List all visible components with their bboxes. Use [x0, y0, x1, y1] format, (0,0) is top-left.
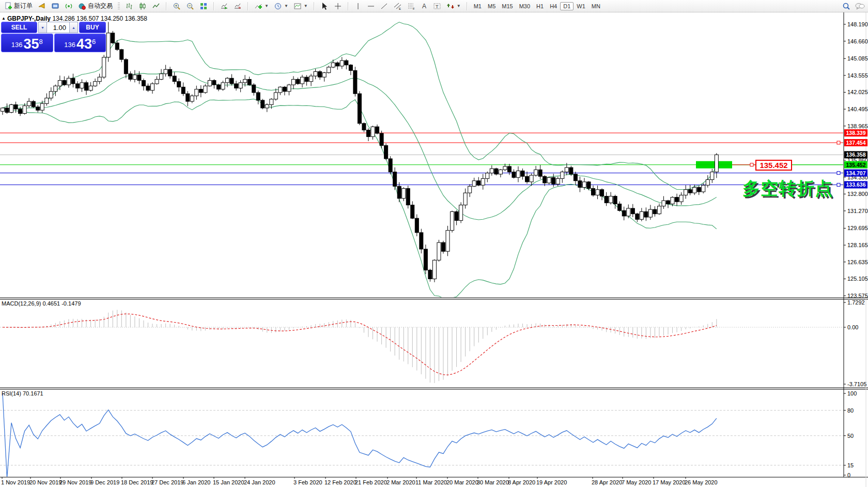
- candle-bear: [592, 189, 595, 195]
- level-marker[interactable]: [837, 172, 840, 175]
- cursor-button[interactable]: [318, 1, 331, 11]
- templates-button[interactable]: ▼: [291, 1, 311, 11]
- candle-bear: [5, 108, 9, 113]
- toolbar-drag-handle[interactable]: [118, 3, 120, 10]
- date-label: 3 Feb 2020: [293, 479, 322, 485]
- periods-button[interactable]: ▼: [271, 1, 291, 11]
- date-label: 11 Mar 2020: [415, 479, 447, 485]
- buy-price[interactable]: 136 43 6: [54, 34, 106, 52]
- trendline-button[interactable]: [378, 1, 391, 11]
- candle-bear: [521, 171, 524, 176]
- svg-text:F: F: [413, 7, 415, 10]
- candle-bear: [19, 109, 22, 114]
- auto-trading-button[interactable]: 自动交易: [75, 1, 115, 11]
- text-label-button[interactable]: T: [430, 1, 444, 11]
- price-tick-label: 148.190: [847, 21, 868, 27]
- fibonacci-button[interactable]: F: [405, 1, 418, 11]
- sounds-button[interactable]: [35, 1, 49, 11]
- text-button[interactable]: A: [418, 1, 430, 11]
- level-marker[interactable]: [837, 141, 840, 144]
- level-marker[interactable]: [837, 183, 840, 186]
- volume-decrease-button[interactable]: ▼: [38, 22, 47, 33]
- zoom-out-button[interactable]: [183, 1, 197, 11]
- main-toolbar: 新订单 自动交易: [0, 0, 868, 12]
- candle-bear: [76, 84, 80, 88]
- volume-input[interactable]: 1.00: [47, 22, 69, 33]
- new-order-label: 新订单: [14, 2, 33, 10]
- zoom-in-button[interactable]: [170, 1, 183, 11]
- tab-h4[interactable]: H4: [547, 2, 560, 10]
- date-label: 28 Apr 2020: [592, 479, 622, 485]
- candle-bull: [662, 201, 665, 206]
- tab-m15[interactable]: M15: [499, 2, 516, 10]
- candle-bull: [49, 92, 53, 98]
- price-tick-label: 145.085: [847, 55, 868, 62]
- candle-bull: [106, 33, 110, 57]
- line-chart-button[interactable]: [149, 1, 163, 11]
- tab-h1[interactable]: H1: [533, 2, 547, 10]
- tab-mn[interactable]: MN: [588, 2, 603, 10]
- search-icon[interactable]: [842, 2, 850, 10]
- chart-window[interactable]: 148.190146.660145.085143.555142.025140.4…: [0, 12, 868, 487]
- candle-bull: [291, 79, 295, 85]
- buy-button[interactable]: BUY: [79, 22, 106, 33]
- tab-w1[interactable]: W1: [574, 2, 588, 10]
- tile-windows-button[interactable]: [197, 1, 210, 11]
- candle-bull: [486, 173, 489, 179]
- candle-bull: [309, 76, 313, 82]
- chart-canvas[interactable]: 148.190146.660145.085143.555142.025140.4…: [0, 12, 868, 487]
- candle-bull: [190, 96, 194, 101]
- bar-chart-button[interactable]: [122, 1, 136, 11]
- chat-icon[interactable]: [855, 2, 865, 10]
- candle-bull: [40, 103, 44, 110]
- candle-bull: [710, 172, 714, 180]
- candle-bear: [85, 83, 88, 90]
- candle-bull: [98, 77, 101, 82]
- candle-bull: [648, 209, 652, 217]
- tab-m5[interactable]: M5: [485, 2, 499, 10]
- crosshair-button[interactable]: [331, 1, 345, 11]
- auto-scroll-button[interactable]: [218, 1, 231, 11]
- horizontal-line-button[interactable]: [364, 1, 378, 11]
- volume-increase-button[interactable]: ▲: [69, 22, 78, 33]
- collapse-arrow[interactable]: ▲: [2, 16, 6, 21]
- price-callout-135452[interactable]: 135.452: [755, 160, 792, 171]
- candle-bull: [517, 171, 520, 177]
- templates-caret: ▼: [304, 4, 308, 8]
- candle-bull: [243, 79, 247, 82]
- arrows-button[interactable]: ▼: [444, 1, 463, 11]
- signals-button[interactable]: [62, 1, 75, 11]
- vertical-line-button[interactable]: [352, 1, 364, 11]
- tab-d1[interactable]: D1: [560, 2, 574, 10]
- candle-bull: [23, 106, 26, 114]
- sell-price[interactable]: 136 35 8: [1, 34, 53, 52]
- annotation-text[interactable]: 多空转折点: [742, 177, 833, 201]
- callout-anchor-marker[interactable]: [750, 163, 753, 166]
- candle-bull: [270, 99, 273, 105]
- candle-bull: [565, 168, 568, 172]
- equidistant-channel-button[interactable]: E: [391, 1, 405, 11]
- price-tick-label: 140.495: [847, 106, 868, 112]
- price-tag-text: 133.636: [846, 181, 866, 188]
- terminal-button[interactable]: [49, 1, 62, 11]
- candle-bear: [455, 211, 458, 220]
- candle-chart-button[interactable]: [136, 1, 149, 11]
- candle-bear: [420, 233, 423, 249]
- terminal-icon: [51, 2, 59, 10]
- date-label: 7 May 2020: [622, 479, 651, 485]
- cursor-icon: [320, 2, 329, 10]
- ohlc-values: 134.286 136.507 134.250 136.358: [52, 15, 147, 22]
- candle-bull: [446, 231, 450, 252]
- candle-bear: [525, 176, 529, 182]
- buy-price-big: 43: [76, 37, 92, 51]
- candle-bear: [667, 201, 670, 204]
- indicators-button[interactable]: ▼: [252, 1, 271, 11]
- candle-bull: [468, 186, 472, 193]
- new-order-button[interactable]: 新订单: [2, 1, 35, 11]
- clock-icon: [274, 2, 282, 10]
- chart-shift-button[interactable]: [231, 1, 244, 11]
- sell-button[interactable]: SELL: [1, 22, 37, 33]
- candle-bear: [71, 78, 75, 84]
- tab-m30[interactable]: M30: [516, 2, 533, 10]
- tab-m1[interactable]: M1: [471, 2, 485, 10]
